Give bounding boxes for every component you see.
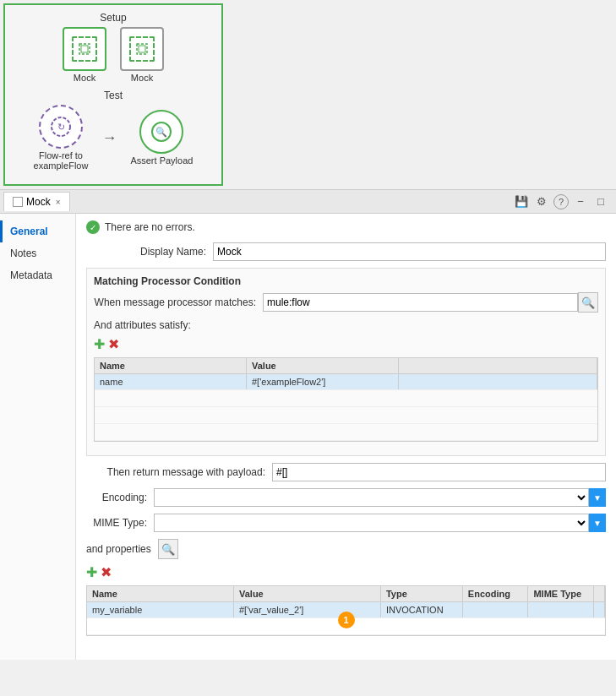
properties-section: and properties 🔍 ✚ ✖ Name Value Type Enc… <box>86 539 606 636</box>
attr-col-value-header: Value <box>247 358 399 373</box>
svg-text:↻: ↻ <box>57 122 65 132</box>
svg-text:🔍: 🔍 <box>155 126 167 138</box>
attr-row-2 <box>95 390 597 407</box>
attr-add-del-row: ✚ ✖ <box>94 336 598 352</box>
maximize-toolbar-button[interactable]: □ <box>592 193 609 210</box>
props-row-1-value: #['var_value_2'] <box>234 602 381 617</box>
success-bar: ✓ There are no errors. <box>86 220 606 234</box>
setup-label: Setup <box>12 12 215 24</box>
props-col-name-header: Name <box>87 586 234 601</box>
props-row-1-encoding <box>463 602 529 617</box>
then-return-label: Then return message with payload: <box>86 466 272 478</box>
attr-row-3 <box>95 407 597 424</box>
matching-condition-section: Matching Processor Condition When messag… <box>86 268 606 456</box>
and-attributes-label: And attributes satisfy: <box>94 319 598 331</box>
flow-ref-svg: ↻ <box>50 116 72 138</box>
mock2-svg-icon <box>136 43 148 55</box>
assert-payload-label: Assert Payload <box>130 155 193 166</box>
minimize-toolbar-button[interactable]: − <box>572 193 589 210</box>
assert-svg: 🔍 <box>150 121 172 143</box>
attr-row-1-extra <box>399 374 597 389</box>
bottom-panel: Mock × 💾 ⚙ ? − □ General Notes Metadata … <box>0 189 616 660</box>
setup-mock2-label: Mock <box>131 73 153 83</box>
add-prop-button[interactable]: ✚ <box>86 564 97 580</box>
encoding-label: Encoding: <box>86 492 154 503</box>
props-row-1-name: my_variable <box>87 602 234 617</box>
setup-mock2-icon <box>120 27 164 71</box>
svg-rect-3 <box>139 46 145 52</box>
left-nav: General Notes Metadata <box>0 214 76 660</box>
canvas-area: Setup Mock Mock Test ↻ <box>3 3 223 186</box>
attr-col-name-header: Name <box>95 358 247 373</box>
success-icon: ✓ <box>86 220 100 234</box>
tab-label: Mock <box>26 196 51 208</box>
panel-tab-bar: Mock × 💾 ⚙ ? − □ <box>0 190 616 214</box>
props-table: Name Value Type Encoding MIME Type my_va… <box>86 585 606 636</box>
encoding-row: Encoding: ▼ <box>86 488 606 507</box>
attr-table: Name Value name #['exampleFlow2'] <box>94 357 598 442</box>
assert-payload-node[interactable]: 🔍 Assert Payload <box>130 110 193 166</box>
tab-icon <box>13 197 23 207</box>
inner-dashed-box2 <box>129 36 155 62</box>
mock-tab[interactable]: Mock × <box>3 192 70 211</box>
test-label: Test <box>12 90 215 101</box>
props-row-1-mime <box>528 602 594 617</box>
config-toolbar-button[interactable]: ⚙ <box>533 193 550 210</box>
test-row: ↻ Flow-ref toexampleFlow → 🔍 Assert Payl… <box>12 105 215 171</box>
help-toolbar-button[interactable]: ? <box>553 194 569 209</box>
props-table-header: Name Value Type Encoding MIME Type <box>87 586 605 602</box>
nav-notes[interactable]: Notes <box>0 242 75 264</box>
matching-condition-header: Matching Processor Condition <box>94 275 598 287</box>
props-row-1-extra <box>594 602 605 617</box>
then-return-row: Then return message with payload: <box>86 463 606 481</box>
attr-col-extra-header <box>399 358 597 373</box>
tab-close-button[interactable]: × <box>56 198 61 207</box>
display-name-input[interactable] <box>213 242 606 261</box>
flow-ref-node[interactable]: ↻ Flow-ref toexampleFlow <box>34 105 89 171</box>
then-return-input[interactable] <box>272 463 606 481</box>
nav-metadata[interactable]: Metadata <box>0 264 75 286</box>
when-message-row: When message processor matches: 🔍 <box>94 292 598 313</box>
add-attr-button[interactable]: ✚ <box>94 336 105 352</box>
props-col-type-header: Type <box>381 586 463 601</box>
when-message-search-button[interactable]: 🔍 <box>578 292 598 313</box>
mime-type-label: MIME Type: <box>86 517 154 529</box>
attr-row-1[interactable]: name #['exampleFlow2'] <box>95 374 597 390</box>
mime-type-dropdown-button[interactable]: ▼ <box>589 514 606 532</box>
setup-mock2-node[interactable]: Mock <box>120 27 164 83</box>
mock1-svg-icon <box>79 43 90 55</box>
del-prop-button[interactable]: ✖ <box>101 564 112 580</box>
badge-count: 1 <box>338 612 355 628</box>
setup-mock1-node[interactable]: Mock <box>63 27 106 83</box>
props-row-1-type: INVOCATION <box>381 602 463 617</box>
save-toolbar-button[interactable]: 💾 <box>513 193 530 210</box>
encoding-dropdown-button[interactable]: ▼ <box>589 488 606 507</box>
nav-general[interactable]: General <box>0 220 75 242</box>
and-properties-label: and properties <box>86 543 151 555</box>
attr-table-header: Name Value <box>95 358 597 374</box>
flow-ref-label: Flow-ref toexampleFlow <box>34 150 89 171</box>
flow-ref-icon: ↻ <box>39 105 83 149</box>
properties-search-button[interactable]: 🔍 <box>158 539 178 559</box>
props-col-value-header: Value <box>234 586 381 601</box>
attr-row-4 <box>95 424 597 441</box>
arrow-icon: → <box>101 129 117 147</box>
display-name-row: Display Name: <box>86 242 606 261</box>
success-message: There are no errors. <box>105 221 195 233</box>
props-col-mime-header: MIME Type <box>528 586 594 601</box>
encoding-select[interactable] <box>154 488 589 507</box>
mime-type-select[interactable] <box>154 514 589 532</box>
props-add-del-row: ✚ ✖ <box>86 564 606 580</box>
setup-mock1-label: Mock <box>74 73 95 83</box>
when-message-input[interactable] <box>263 293 578 312</box>
props-col-encoding-header: Encoding <box>463 586 529 601</box>
assert-payload-icon: 🔍 <box>139 110 183 154</box>
when-message-label: When message processor matches: <box>94 296 263 308</box>
setup-row: Mock Mock <box>12 27 215 83</box>
mime-type-row: MIME Type: ▼ <box>86 514 606 532</box>
attr-row-1-value: #['exampleFlow2'] <box>247 374 399 389</box>
attr-row-1-name: name <box>95 374 247 389</box>
svg-rect-1 <box>81 46 88 52</box>
del-attr-button[interactable]: ✖ <box>108 336 119 352</box>
props-col-extra-header <box>594 586 605 601</box>
